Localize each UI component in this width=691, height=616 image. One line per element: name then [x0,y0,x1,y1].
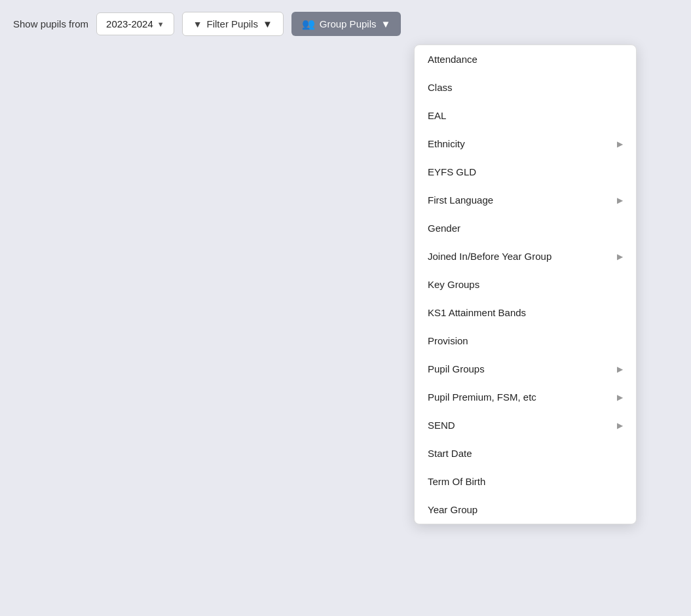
chevron-right-icon: ▶ [617,252,623,261]
group-pupils-dropdown: AttendanceClassEALEthnicity▶EYFS GLDFirs… [414,45,637,524]
dropdown-item-label: Provision [428,335,468,346]
chevron-right-icon: ▶ [617,196,623,205]
dropdown-item-label: Start Date [428,448,472,459]
dropdown-item[interactable]: Class [415,73,636,101]
dropdown-item-label: Attendance [428,54,477,65]
chevron-right-icon: ▶ [617,393,623,402]
year-select-button[interactable]: 2023-2024 ▼ [96,12,174,35]
dropdown-item[interactable]: Attendance [415,45,636,73]
filter-chevron-icon: ▼ [263,18,272,29]
dropdown-item[interactable]: First Language▶ [415,186,636,214]
dropdown-item[interactable]: Start Date [415,439,636,467]
dropdown-item[interactable]: Gender [415,214,636,242]
dropdown-item-label: Year Group [428,504,477,515]
dropdown-item-label: EAL [428,110,446,121]
dropdown-item[interactable]: EAL [415,101,636,130]
dropdown-item-label: Key Groups [428,279,479,290]
dropdown-item[interactable]: Provision [415,327,636,355]
chevron-right-icon: ▶ [617,365,623,374]
group-chevron-icon: ▼ [381,18,390,29]
funnel-icon: ▼ [193,19,202,29]
dropdown-item[interactable]: SEND▶ [415,411,636,439]
dropdown-item[interactable]: Year Group [415,496,636,524]
group-btn-label: Group Pupils [320,18,377,29]
toolbar: Show pupils from 2023-2024 ▼ ▼ Filter Pu… [0,0,691,48]
dropdown-item-label: KS1 Attainment Bands [428,307,526,318]
dropdown-item[interactable]: EYFS GLD [415,158,636,186]
chevron-right-icon: ▶ [617,139,623,149]
dropdown-item-label: Gender [428,223,460,234]
filter-btn-label: Filter Pupils [207,18,258,29]
chevron-right-icon: ▶ [617,421,623,430]
dropdown-item-label: Term Of Birth [428,476,485,487]
dropdown-item[interactable]: KS1 Attainment Bands [415,299,636,327]
dropdown-item[interactable]: Key Groups [415,270,636,299]
dropdown-item-label: Pupil Premium, FSM, etc [428,391,536,403]
dropdown-item-label: Joined In/Before Year Group [428,251,551,262]
people-icon: 👥 [302,18,315,30]
dropdown-item[interactable]: Ethnicity▶ [415,130,636,158]
dropdown-item-label: First Language [428,194,493,206]
dropdown-item[interactable]: Pupil Premium, FSM, etc▶ [415,383,636,411]
dropdown-item-label: Ethnicity [428,138,465,149]
chevron-down-icon: ▼ [157,20,164,28]
dropdown-item-label: Pupil Groups [428,363,485,374]
dropdown-item-label: Class [428,82,453,93]
dropdown-item[interactable]: Pupil Groups▶ [415,355,636,383]
dropdown-item-label: EYFS GLD [428,166,476,177]
group-pupils-button[interactable]: 👥 Group Pupils ▼ [291,12,402,36]
show-pupils-label: Show pupils from [13,18,88,29]
year-select-value: 2023-2024 [106,18,153,29]
filter-pupils-button[interactable]: ▼ Filter Pupils ▼ [182,12,284,36]
dropdown-item[interactable]: Joined In/Before Year Group▶ [415,242,636,270]
dropdown-item[interactable]: Term Of Birth [415,467,636,496]
dropdown-item-label: SEND [428,420,455,431]
